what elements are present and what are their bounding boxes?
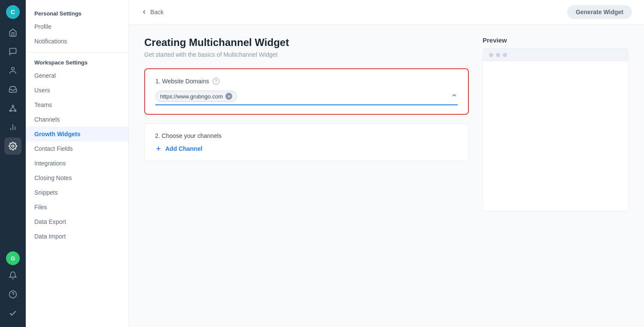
sidebar-item-profile[interactable]: Profile <box>26 19 128 34</box>
help-circle-icon[interactable] <box>4 286 21 303</box>
add-channel-button[interactable]: Add Channel <box>155 145 202 152</box>
preview-title: Preview <box>483 37 629 44</box>
domain-input[interactable] <box>240 93 448 100</box>
sidebar-item-users[interactable]: Users <box>26 83 128 98</box>
domain-tag: https://www.grubngo.com ✕ <box>155 91 237 102</box>
website-domains-help-icon[interactable]: ? <box>213 78 219 85</box>
website-domains-label: 1. Website Domains ? <box>155 78 458 85</box>
home-icon[interactable] <box>4 24 21 41</box>
main-content: Back Generate Widget Creating Multichann… <box>129 0 644 327</box>
website-domains-section: 1. Website Domains ? https://www.grubngo… <box>144 68 469 115</box>
checkmark-icon[interactable] <box>4 305 21 322</box>
settings-icon[interactable] <box>4 138 21 155</box>
preview-dot-2 <box>496 53 500 57</box>
add-channel-label: Add Channel <box>165 145 202 152</box>
network-icon[interactable] <box>4 100 21 117</box>
page-header: Back Generate Widget <box>129 0 644 24</box>
personal-settings-title: Personal Settings <box>26 7 128 19</box>
generate-widget-button[interactable]: Generate Widget <box>567 5 632 19</box>
preview-area <box>483 48 629 211</box>
icon-bar: C G <box>0 0 26 327</box>
svg-point-1 <box>12 105 13 107</box>
svg-point-0 <box>12 67 15 70</box>
sidebar-item-snippets[interactable]: Snippets <box>26 185 128 200</box>
sidebar-item-closing-notes[interactable]: Closing Notes <box>26 171 128 185</box>
channels-section: 2. Choose your channels Add Channel <box>144 123 469 161</box>
svg-line-5 <box>13 107 15 110</box>
sidebar-item-general[interactable]: General <box>26 68 128 83</box>
preview-titlebar <box>483 49 628 61</box>
reports-icon[interactable] <box>4 119 21 136</box>
collapse-icon[interactable] <box>451 92 458 101</box>
domain-tag-remove-button[interactable]: ✕ <box>225 93 232 100</box>
sidebar-item-integrations[interactable]: Integrations <box>26 156 128 171</box>
svg-line-4 <box>10 107 13 110</box>
notification-bell-icon[interactable] <box>4 267 21 284</box>
preview-body <box>483 61 628 208</box>
sidebar-item-data-export[interactable]: Data Export <box>26 214 128 229</box>
channels-label: 2. Choose your channels <box>155 132 458 139</box>
preview-dot-1 <box>489 53 493 57</box>
back-button[interactable]: Back <box>141 9 164 15</box>
contacts-icon[interactable] <box>4 62 21 79</box>
sidebar-item-notifications[interactable]: Notifications <box>26 34 128 49</box>
workspace-settings-title: Workspace Settings <box>26 56 128 68</box>
form-area: Creating Multichannel Widget Get started… <box>144 37 469 315</box>
svg-point-10 <box>12 145 14 147</box>
sidebar-item-growth-widgets[interactable]: Growth Widgets <box>26 127 128 141</box>
chat-icon[interactable] <box>4 43 21 60</box>
content-area: Creating Multichannel Widget Get started… <box>129 24 644 327</box>
sidebar-item-channels[interactable]: Channels <box>26 112 128 127</box>
preview-panel: Preview <box>483 37 629 315</box>
sidebar: Personal Settings Profile Notifications … <box>26 0 129 327</box>
preview-dot-3 <box>503 53 507 57</box>
domain-input-row[interactable]: https://www.grubngo.com ✕ <box>155 91 458 105</box>
sidebar-item-teams[interactable]: Teams <box>26 98 128 112</box>
sidebar-item-data-import[interactable]: Data Import <box>26 229 128 244</box>
page-title: Creating Multichannel Widget <box>144 37 469 49</box>
sidebar-item-contact-fields[interactable]: Contact Fields <box>26 141 128 156</box>
user-avatar: G <box>6 251 20 265</box>
page-subtitle: Get started with the basics of Multichan… <box>144 51 469 58</box>
sidebar-item-files[interactable]: Files <box>26 200 128 214</box>
inbox-icon[interactable] <box>4 81 21 98</box>
app-avatar: C <box>6 5 20 19</box>
